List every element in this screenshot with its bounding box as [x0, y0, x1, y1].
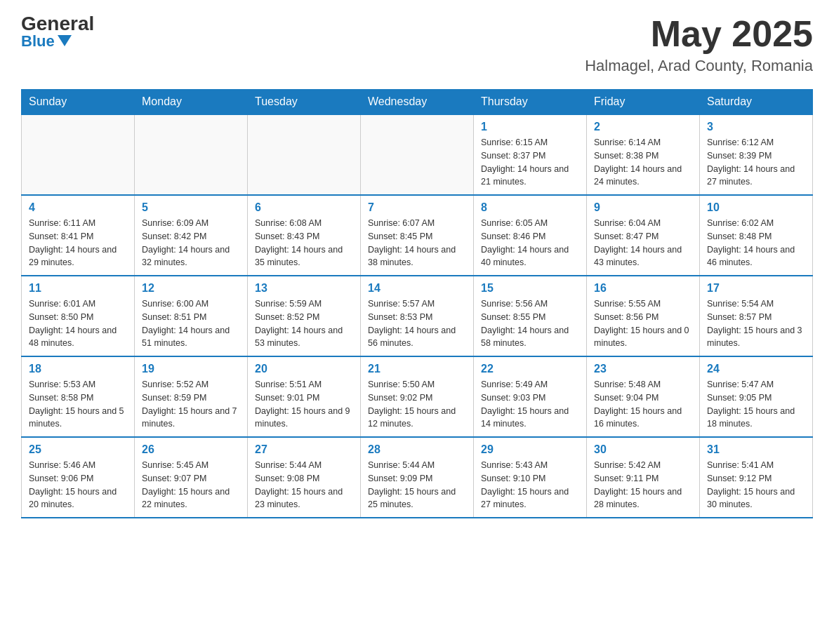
calendar-cell-w3-d1: 12Sunrise: 6:00 AMSunset: 8:51 PMDayligh…	[135, 276, 248, 356]
day-info: Sunrise: 6:07 AMSunset: 8:45 PMDaylight:…	[368, 217, 466, 269]
calendar-cell-w1-d5: 2Sunrise: 6:14 AMSunset: 8:38 PMDaylight…	[587, 114, 700, 195]
logo-general-text: General	[21, 14, 94, 34]
day-number: 10	[707, 201, 805, 214]
calendar-cell-w3-d0: 11Sunrise: 6:01 AMSunset: 8:50 PMDayligh…	[22, 276, 135, 356]
calendar-cell-w5-d3: 28Sunrise: 5:44 AMSunset: 9:09 PMDayligh…	[361, 437, 474, 518]
day-number: 27	[255, 443, 353, 456]
day-info: Sunrise: 5:46 AMSunset: 9:06 PMDaylight:…	[29, 459, 127, 511]
day-number: 2	[594, 121, 692, 133]
day-info: Sunrise: 6:01 AMSunset: 8:50 PMDaylight:…	[29, 297, 127, 350]
day-info: Sunrise: 5:44 AMSunset: 9:09 PMDaylight:…	[368, 459, 466, 511]
day-info: Sunrise: 5:45 AMSunset: 9:07 PMDaylight:…	[142, 459, 240, 511]
day-info: Sunrise: 5:43 AMSunset: 9:10 PMDaylight:…	[481, 459, 579, 511]
day-number: 30	[594, 443, 692, 456]
day-info: Sunrise: 5:48 AMSunset: 9:04 PMDaylight:…	[594, 378, 692, 431]
calendar-cell-w4-d1: 19Sunrise: 5:52 AMSunset: 8:59 PMDayligh…	[135, 356, 248, 437]
day-number: 13	[255, 282, 353, 295]
day-number: 9	[594, 201, 692, 214]
calendar-cell-w4-d4: 22Sunrise: 5:49 AMSunset: 9:03 PMDayligh…	[474, 356, 587, 437]
day-info: Sunrise: 6:14 AMSunset: 8:38 PMDaylight:…	[594, 136, 692, 189]
calendar-cell-w1-d3	[361, 114, 474, 195]
calendar-cell-w5-d2: 27Sunrise: 5:44 AMSunset: 9:08 PMDayligh…	[248, 437, 361, 518]
day-number: 20	[255, 363, 353, 375]
calendar-cell-w2-d2: 6Sunrise: 6:08 AMSunset: 8:43 PMDaylight…	[248, 195, 361, 276]
calendar-cell-w5-d4: 29Sunrise: 5:43 AMSunset: 9:10 PMDayligh…	[474, 437, 587, 518]
calendar-week-4: 18Sunrise: 5:53 AMSunset: 8:58 PMDayligh…	[22, 356, 813, 437]
day-number: 18	[29, 363, 127, 375]
day-info: Sunrise: 6:12 AMSunset: 8:39 PMDaylight:…	[707, 136, 805, 189]
day-number: 8	[481, 201, 579, 214]
day-info: Sunrise: 5:51 AMSunset: 9:01 PMDaylight:…	[255, 378, 353, 431]
day-number: 6	[255, 201, 353, 214]
day-number: 21	[368, 363, 466, 375]
day-number: 25	[29, 443, 127, 456]
col-friday: Friday	[587, 90, 700, 115]
day-info: Sunrise: 5:42 AMSunset: 9:11 PMDaylight:…	[594, 459, 692, 511]
day-number: 12	[142, 282, 240, 295]
calendar-header-row: Sunday Monday Tuesday Wednesday Thursday…	[22, 90, 813, 115]
location-subtitle: Halmagel, Arad County, Romania	[585, 57, 813, 75]
calendar-cell-w3-d4: 15Sunrise: 5:56 AMSunset: 8:55 PMDayligh…	[474, 276, 587, 356]
calendar-cell-w4-d2: 20Sunrise: 5:51 AMSunset: 9:01 PMDayligh…	[248, 356, 361, 437]
calendar-cell-w5-d0: 25Sunrise: 5:46 AMSunset: 9:06 PMDayligh…	[22, 437, 135, 518]
logo: General Blue	[21, 14, 94, 49]
logo-triangle-icon	[58, 35, 72, 46]
day-info: Sunrise: 5:52 AMSunset: 8:59 PMDaylight:…	[142, 378, 240, 431]
col-saturday: Saturday	[700, 90, 813, 115]
calendar-cell-w3-d3: 14Sunrise: 5:57 AMSunset: 8:53 PMDayligh…	[361, 276, 474, 356]
day-info: Sunrise: 5:41 AMSunset: 9:12 PMDaylight:…	[707, 459, 805, 511]
calendar-cell-w4-d5: 23Sunrise: 5:48 AMSunset: 9:04 PMDayligh…	[587, 356, 700, 437]
day-info: Sunrise: 5:59 AMSunset: 8:52 PMDaylight:…	[255, 297, 353, 350]
day-info: Sunrise: 6:04 AMSunset: 8:47 PMDaylight:…	[594, 217, 692, 269]
day-number: 22	[481, 363, 579, 375]
day-number: 7	[368, 201, 466, 214]
day-info: Sunrise: 5:49 AMSunset: 9:03 PMDaylight:…	[481, 378, 579, 431]
day-number: 29	[481, 443, 579, 456]
calendar-table: Sunday Monday Tuesday Wednesday Thursday…	[21, 89, 813, 518]
day-number: 31	[707, 443, 805, 456]
day-number: 17	[707, 282, 805, 295]
day-info: Sunrise: 5:56 AMSunset: 8:55 PMDaylight:…	[481, 297, 579, 350]
title-area: May 2025 Halmagel, Arad County, Romania	[585, 14, 813, 75]
calendar-cell-w5-d1: 26Sunrise: 5:45 AMSunset: 9:07 PMDayligh…	[135, 437, 248, 518]
calendar-cell-w4-d0: 18Sunrise: 5:53 AMSunset: 8:58 PMDayligh…	[22, 356, 135, 437]
day-number: 4	[29, 201, 127, 214]
calendar-cell-w5-d6: 31Sunrise: 5:41 AMSunset: 9:12 PMDayligh…	[700, 437, 813, 518]
day-info: Sunrise: 6:15 AMSunset: 8:37 PMDaylight:…	[481, 136, 579, 189]
day-number: 16	[594, 282, 692, 295]
calendar-cell-w5-d5: 30Sunrise: 5:42 AMSunset: 9:11 PMDayligh…	[587, 437, 700, 518]
calendar-cell-w4-d3: 21Sunrise: 5:50 AMSunset: 9:02 PMDayligh…	[361, 356, 474, 437]
day-number: 5	[142, 201, 240, 214]
calendar-cell-w2-d5: 9Sunrise: 6:04 AMSunset: 8:47 PMDaylight…	[587, 195, 700, 276]
day-info: Sunrise: 5:50 AMSunset: 9:02 PMDaylight:…	[368, 378, 466, 431]
col-monday: Monday	[135, 90, 248, 115]
day-number: 19	[142, 363, 240, 375]
calendar-cell-w1-d6: 3Sunrise: 6:12 AMSunset: 8:39 PMDaylight…	[700, 114, 813, 195]
day-info: Sunrise: 5:57 AMSunset: 8:53 PMDaylight:…	[368, 297, 466, 350]
day-info: Sunrise: 6:11 AMSunset: 8:41 PMDaylight:…	[29, 217, 127, 269]
calendar-week-1: 1Sunrise: 6:15 AMSunset: 8:37 PMDaylight…	[22, 114, 813, 195]
month-year-title: May 2025	[585, 14, 813, 54]
calendar-cell-w3-d6: 17Sunrise: 5:54 AMSunset: 8:57 PMDayligh…	[700, 276, 813, 356]
calendar-cell-w2-d1: 5Sunrise: 6:09 AMSunset: 8:42 PMDaylight…	[135, 195, 248, 276]
day-number: 11	[29, 282, 127, 295]
day-number: 28	[368, 443, 466, 456]
calendar-cell-w4-d6: 24Sunrise: 5:47 AMSunset: 9:05 PMDayligh…	[700, 356, 813, 437]
col-thursday: Thursday	[474, 90, 587, 115]
day-info: Sunrise: 6:02 AMSunset: 8:48 PMDaylight:…	[707, 217, 805, 269]
day-info: Sunrise: 5:47 AMSunset: 9:05 PMDaylight:…	[707, 378, 805, 431]
col-wednesday: Wednesday	[361, 90, 474, 115]
calendar-week-2: 4Sunrise: 6:11 AMSunset: 8:41 PMDaylight…	[22, 195, 813, 276]
calendar-cell-w2-d6: 10Sunrise: 6:02 AMSunset: 8:48 PMDayligh…	[700, 195, 813, 276]
day-info: Sunrise: 5:54 AMSunset: 8:57 PMDaylight:…	[707, 297, 805, 350]
calendar-cell-w1-d4: 1Sunrise: 6:15 AMSunset: 8:37 PMDaylight…	[474, 114, 587, 195]
day-number: 3	[707, 121, 805, 133]
calendar-cell-w3-d2: 13Sunrise: 5:59 AMSunset: 8:52 PMDayligh…	[248, 276, 361, 356]
calendar-cell-w1-d2	[248, 114, 361, 195]
day-info: Sunrise: 6:09 AMSunset: 8:42 PMDaylight:…	[142, 217, 240, 269]
calendar-cell-w3-d5: 16Sunrise: 5:55 AMSunset: 8:56 PMDayligh…	[587, 276, 700, 356]
calendar-cell-w1-d0	[22, 114, 135, 195]
day-number: 14	[368, 282, 466, 295]
day-info: Sunrise: 6:00 AMSunset: 8:51 PMDaylight:…	[142, 297, 240, 350]
calendar-cell-w2-d3: 7Sunrise: 6:07 AMSunset: 8:45 PMDaylight…	[361, 195, 474, 276]
